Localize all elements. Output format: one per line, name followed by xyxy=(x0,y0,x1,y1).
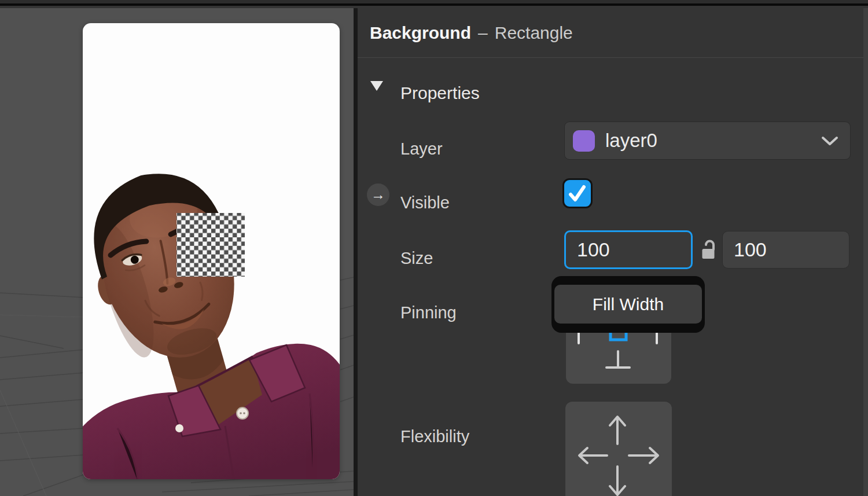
portrait-illustration xyxy=(83,23,340,479)
object-type-label: Rectangle xyxy=(495,23,573,43)
flexibility-widget[interactable] xyxy=(565,402,672,496)
app-window: Background – Rectangle Properties Layer … xyxy=(0,0,868,496)
size-height-input[interactable] xyxy=(722,231,849,269)
unlock-icon xyxy=(700,238,716,261)
fill-width-tooltip: Fill Width xyxy=(551,276,705,333)
window-top-bar xyxy=(0,0,868,6)
scrollbar-track[interactable] xyxy=(863,8,868,496)
section-properties-label: Properties xyxy=(400,83,480,104)
inspector-header: Background – Rectangle xyxy=(358,8,863,58)
pinning-label: Pinning xyxy=(400,302,457,323)
pin-bottom-icon[interactable] xyxy=(606,351,630,368)
layer-dropdown-value: layer0 xyxy=(605,130,657,152)
layer-dropdown[interactable]: layer0 xyxy=(564,122,851,160)
layer-label: Layer xyxy=(400,138,443,159)
flex-arrow-up-icon[interactable] xyxy=(610,417,625,444)
inspector-panel: Background – Rectangle Properties Layer … xyxy=(358,8,868,496)
size-label: Size xyxy=(400,248,433,269)
layer-color-swatch xyxy=(573,130,595,152)
size-link-toggle[interactable] xyxy=(700,238,716,261)
flex-arrow-left-icon[interactable] xyxy=(579,448,607,463)
chevron-down-icon xyxy=(821,136,838,146)
disclosure-triangle-icon[interactable] xyxy=(370,81,383,91)
canvas-object-background-rectangle[interactable] xyxy=(83,23,340,479)
title-separator: – xyxy=(478,23,488,43)
flex-arrow-right-icon[interactable] xyxy=(629,448,658,463)
transparency-checkerboard xyxy=(176,213,245,277)
page-title: Background xyxy=(370,23,471,43)
fill-width-tooltip-label: Fill Width xyxy=(554,285,702,324)
size-width-input[interactable] xyxy=(564,230,693,269)
scene-viewport[interactable] xyxy=(0,8,354,496)
patch-connector-arrow-icon[interactable]: → xyxy=(367,183,389,206)
checkmark-icon xyxy=(564,180,591,207)
flex-arrow-down-icon[interactable] xyxy=(610,466,625,495)
visible-label: Visible xyxy=(400,192,450,213)
flexibility-label: Flexibility xyxy=(400,426,469,447)
visible-checkbox[interactable] xyxy=(564,180,591,207)
panel-resize-divider[interactable] xyxy=(354,8,358,496)
